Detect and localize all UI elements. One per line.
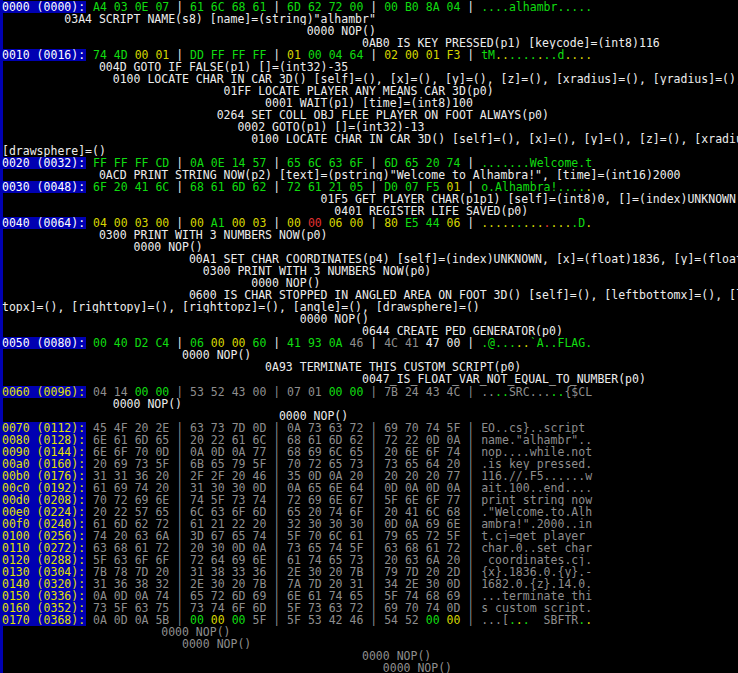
ascii-column: ambra!".2000..in — [481, 518, 592, 530]
ascii-column: ."Welcome.to.Alh — [481, 506, 592, 518]
hex-row: 0140 (0320): 31 36 38 32 | 2E 30 20 7B |… — [2, 578, 738, 590]
ascii-column: 1682.0.{z}.14.0. — [481, 578, 592, 590]
ascii-column: {x}.1836.0.{y}.- — [481, 566, 592, 578]
hex-row: 0060 (0096): 04 14 00 00 | 53 52 43 00 |… — [2, 386, 738, 398]
opcode-line: 0000_NOP() — [2, 25, 738, 37]
ascii-column: .......Welcome.t — [481, 157, 592, 169]
hex-row-address: 0130 (0304): — [2, 566, 86, 578]
opcode-line: 0000_NOP() — [2, 410, 738, 422]
opcode-line: 0001_WAIT(p1) [time]=(int8)100 — [2, 97, 738, 109]
hex-row: 0020 (0032): FF FF FF CD | 0A 0E 14 57 |… — [2, 157, 738, 169]
ascii-column: o.Alhambra!..... — [481, 181, 592, 193]
hex-row: 00b0 (0176): 31 31 36 20 | 2F 2F 20 46 |… — [2, 470, 738, 482]
hex-row: 0050 (0080): 00 40 D2 C4 | 06 00 00 60 |… — [2, 337, 738, 349]
opcode-line: 0000_NOP() — [2, 349, 738, 361]
opcode-line: 03A4_SCRIPT_NAME(s8) [name]=(string)"alh… — [2, 13, 738, 25]
ascii-column: print_string_now — [481, 494, 592, 506]
hex-row-address: 0140 (0320): — [2, 578, 86, 590]
opcode-line: 0000_NOP() — [2, 313, 738, 325]
opcode-line: 0100_LOCATE_CHAR_IN_CAR_3D() [self]=(), … — [2, 133, 738, 145]
hex-row: 00c0 (0192): 61 69 74 20 | 31 30 30 0D |… — [2, 482, 738, 494]
opcode-line: 0A93_TERMINATE_THIS_CUSTOM_SCRIPT(p0) — [2, 361, 738, 373]
ascii-column: ....alhambr..... — [481, 1, 592, 13]
ascii-column: char.0..set_char — [481, 542, 592, 554]
hex-row-address: 0090 (0144): — [2, 446, 86, 458]
opcode-line: 0264_SET_COLL_OBJ_FLEE_PLAYER_ON_FOOT_AL… — [2, 109, 738, 121]
hex-row-address: 0070 (0112): — [2, 422, 86, 434]
hex-row: 0090 (0144): 6E 6F 70 0D | 0A 0D 0A 77 |… — [2, 446, 738, 458]
hex-row-address: 0100 (0256): — [2, 530, 86, 542]
hex-row-address: 00b0 (0176): — [2, 470, 86, 482]
hex-row-address: 0030 (0048): — [2, 181, 86, 193]
hex-row-address: 0010 (0016): — [2, 49, 86, 61]
opcode-line: 0047_IS_FLOAT_VAR_NOT_EQUAL_TO_NUMBER(p0… — [2, 373, 738, 385]
ascii-column: name."alhambr".. — [481, 434, 592, 446]
hex-row-address: 0060 (0096): — [2, 386, 86, 398]
hex-row-address: 0170 (0368): — [2, 614, 86, 626]
hex-row-address: 0150 (0336): — [2, 590, 86, 602]
hex-row-address: 0020 (0032): — [2, 157, 86, 169]
opcode-line: topx]=(), [righttopy]=(), [righttopz]=()… — [2, 301, 738, 313]
opcode-line: 0002_GOTO(p1) []=(int32)-13 — [2, 121, 738, 133]
hex-row-address: 0000 (0000): — [2, 1, 86, 13]
hex-row: 0110 (0272): 63 68 61 72 | 20 30 0D 0A |… — [2, 542, 738, 554]
ascii-column: ...terminate_thi — [481, 590, 592, 602]
hex-row: 0030 (0048): 6F 20 41 6C | 68 61 6D 62 |… — [2, 181, 738, 193]
hex-row: 00d0 (0208): 70 72 69 6E | 74 5F 73 74 |… — [2, 494, 738, 506]
ascii-column: ..............D. — [481, 217, 592, 229]
hex-row-address: 0040 (0064): — [2, 217, 86, 229]
opcode-line: 0000_NOP() — [2, 398, 738, 410]
hex-row-address: 0120 (0288): — [2, 554, 86, 566]
opcode-line: 0644_CREATE_PED_GENERATOR(p0) — [2, 325, 738, 337]
opcode-line: 0000_NOP() — [2, 277, 738, 289]
opcode-line: 0AB0_IS_KEY_PRESSED(p1) [keycode]=(int8)… — [2, 37, 738, 49]
opcode-line: 0ACD_PRINT_STRING_NOW(p2) [text]=(pstrin… — [2, 169, 738, 181]
ascii-column: ...[...__SBFTR.. — [481, 614, 592, 626]
opcode-line: 0300_PRINT_WITH_3_NUMBERS_NOW(p0) — [2, 265, 738, 277]
hex-row: 0080 (0128): 6E 61 6D 65 | 20 22 61 6C |… — [2, 434, 738, 446]
ascii-column: .is_key_pressed. — [481, 458, 592, 470]
opcode-line: 01FF_LOCATE_PLAYER_ANY_MEANS_CAR_3D(p0) — [2, 85, 738, 97]
opcode-line: 01F5_GET_PLAYER_CHAR(p1p1) [self]=(int8)… — [2, 193, 738, 205]
hex-row-address: 0160 (0352): — [2, 602, 86, 614]
opcode-line: [drawsphere]=() — [2, 145, 738, 157]
ascii-column: _coordinates.cj. — [481, 554, 592, 566]
script-hex-viewer: 0000 (0000): A4 03 0E 07 | 61 6C 68 61 |… — [0, 0, 738, 673]
hex-row: 00e0 (0224): 20 22 57 65 | 6C 63 6F 6D |… — [2, 506, 738, 518]
ascii-column: t.cj=get_player_ — [481, 530, 592, 542]
hex-row: 0040 (0064): 04 00 03 00 | 00 A1 00 03 |… — [2, 217, 738, 229]
opcode-line: 0100_LOCATE_CHAR_IN_CAR_3D() [self]=(), … — [2, 73, 738, 85]
ascii-column: ....SRC.....{$CL — [481, 386, 592, 398]
hex-row-address: 00a0 (0160): — [2, 458, 86, 470]
ascii-column: 116.//.F5......w — [481, 470, 592, 482]
opcode-line: 0300_PRINT_WITH_3_NUMBERS_NOW(p0) — [2, 229, 738, 241]
opcode-line: 0000_NOP() — [2, 662, 738, 673]
hex-row: 0000 (0000): A4 03 0E 07 | 61 6C 68 61 |… — [2, 1, 738, 13]
hex-dump-output: 0000 (0000): A4 03 0E 07 | 61 6C 68 61 |… — [2, 1, 738, 673]
opcode-line: 0401_REGISTER_LIFE_SAVED(p0) — [2, 205, 738, 217]
hex-row: 00a0 (0160): 20 69 73 5F | 6B 65 79 5F |… — [2, 458, 738, 470]
hex-row: 0010 (0016): 74 4D 00 01 | DD FF FF FF |… — [2, 49, 738, 61]
hex-row: 0130 (0304): 7B 78 7D 20 | 31 38 33 36 |… — [2, 566, 738, 578]
hex-row: 0100 (0256): 74 20 63 6A | 3D 67 65 74 |… — [2, 530, 738, 542]
hex-row: 0120 (0288): 5F 63 6F 6F | 72 64 69 6E |… — [2, 554, 738, 566]
ascii-column: EO..cs}..script_ — [481, 422, 592, 434]
hex-row: 0150 (0336): 0A 0D 0A 74 | 65 72 6D 69 |… — [2, 590, 738, 602]
ascii-column: tM.........d.... — [481, 49, 592, 61]
hex-row-address: 00e0 (0224): — [2, 506, 86, 518]
opcode-line: 004D_GOTO_IF_FALSE(p1) []=(int32)-35 — [2, 61, 738, 73]
opcode-line: 0000_NOP() — [2, 650, 738, 662]
opcode-line: 0600_IS_CHAR_STOPPED_IN_ANGLED_AREA_ON_F… — [2, 289, 738, 301]
hex-row-address: 00f0 (0240): — [2, 518, 86, 530]
ascii-column: nop....while.not — [481, 446, 592, 458]
hex-row-address: 0110 (0272): — [2, 542, 86, 554]
hex-row: 0170 (0368): 0A 0D 0A 5B | 00 00 00 5F |… — [2, 614, 738, 626]
opcode-line: 0000_NOP() — [2, 638, 738, 650]
hex-row-address: 00c0 (0192): — [2, 482, 86, 494]
opcode-line: 00A1_SET_CHAR_COORDINATES(p4) [self]=(in… — [2, 253, 738, 265]
ascii-column: s_custom_script. — [481, 602, 592, 614]
hex-row-address: 0080 (0128): — [2, 434, 86, 446]
hex-row: 0070 (0112): 45 4F 20 2E | 63 73 7D 0D |… — [2, 422, 738, 434]
hex-row: 00f0 (0240): 61 6D 62 72 | 61 21 22 20 |… — [2, 518, 738, 530]
ascii-column: .@.....`A..FLAG. — [481, 337, 592, 349]
